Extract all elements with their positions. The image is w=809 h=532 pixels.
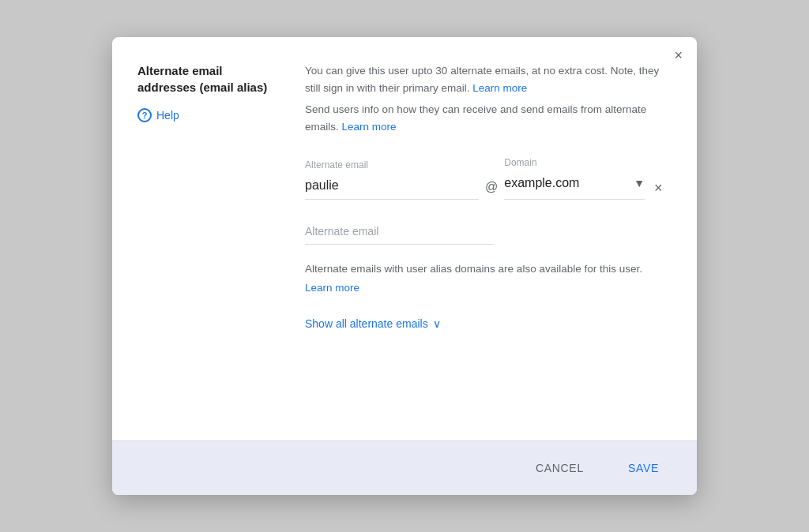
alternate-email-field-group: Alternate email (305, 159, 479, 200)
second-alternate-email-input[interactable] (305, 222, 495, 245)
chevron-down-icon: ▼ (634, 177, 645, 189)
alias-note-text: Alternate emails with user alias domains… (305, 263, 642, 275)
show-all-label: Show all alternate emails (305, 317, 428, 330)
dialog-footer: CANCEL SAVE (112, 440, 697, 495)
description-paragraph-2: Send users info on how they can receive … (305, 101, 672, 135)
help-link[interactable]: ? Help (137, 108, 280, 122)
panel-title: Alternate email addresses (email alias) (137, 62, 280, 96)
dialog-body: Alternate email addresses (email alias) … (112, 37, 697, 440)
domain-select[interactable]: example.com example.org (504, 173, 630, 193)
description-paragraph-1: You can give this user upto 30 alternate… (305, 62, 672, 96)
close-icon: × (674, 47, 683, 63)
learn-more-link-2[interactable]: Learn more (342, 121, 397, 133)
alternate-email-input[interactable] (305, 175, 479, 200)
dialog: × Alternate email addresses (email alias… (112, 37, 697, 495)
left-panel: Alternate email addresses (email alias) … (137, 62, 280, 421)
domain-field-group: Domain example.com example.org ▼ (504, 157, 645, 200)
chevron-down-icon-2: ∨ (433, 317, 441, 330)
learn-more-link-3[interactable]: Learn more (305, 279, 672, 297)
clear-icon: × (654, 180, 663, 196)
alias-note: Alternate emails with user alias domains… (305, 260, 672, 296)
alternate-email-label: Alternate email (305, 159, 479, 170)
at-symbol: @ (479, 181, 504, 200)
help-label: Help (156, 109, 179, 122)
dialog-close-button[interactable]: × (671, 45, 686, 66)
second-email-row (305, 222, 672, 245)
learn-more-link-1[interactable]: Learn more (472, 82, 527, 94)
domain-select-wrapper: example.com example.org ▼ (504, 173, 645, 200)
right-panel: You can give this user upto 30 alternate… (305, 62, 672, 421)
email-form-row: Alternate email @ Domain example.com exa… (305, 157, 672, 200)
clear-button[interactable]: × (645, 181, 663, 200)
help-icon: ? (137, 108, 152, 122)
cancel-button[interactable]: CANCEL (517, 454, 603, 482)
save-button[interactable]: SAVE (609, 454, 678, 482)
domain-label: Domain (504, 157, 645, 168)
show-all-link[interactable]: Show all alternate emails ∨ (305, 317, 441, 330)
